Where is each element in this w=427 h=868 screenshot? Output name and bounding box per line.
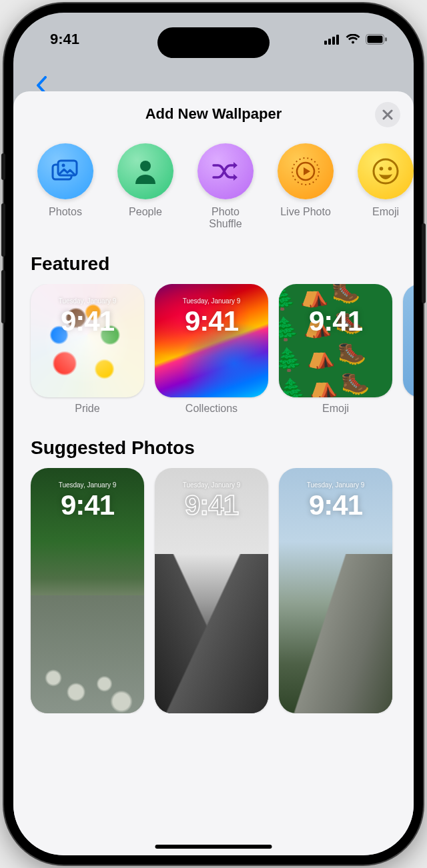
suggested-row: Tuesday, January 9 9:41 Tuesday, January… — [13, 468, 414, 713]
svg-rect-5 — [368, 36, 383, 43]
side-button — [422, 223, 426, 303]
svg-point-9 — [62, 164, 65, 167]
preview-date: Tuesday, January 9 — [31, 297, 144, 305]
side-button — [1, 153, 5, 180]
category-label: Photos — [49, 206, 82, 218]
emoji-icon — [372, 157, 400, 185]
preview-time: 9:41 — [31, 489, 144, 521]
preview-time: 9:41 — [31, 305, 144, 337]
home-indicator[interactable] — [155, 845, 272, 849]
suggested-card[interactable]: Tuesday, January 9 9:41 — [155, 468, 268, 713]
category-photo-shuffle[interactable]: Photo Shuffle — [195, 143, 256, 231]
featured-caption: Emoji — [322, 403, 349, 415]
status-time: 9:41 — [50, 31, 79, 48]
phone-frame: 9:41 Add New Wallpaper — [4, 3, 423, 865]
preview-date: Tuesday, January 9 — [279, 481, 392, 489]
preview-date: Tuesday, January 9 — [155, 481, 268, 489]
featured-card-next[interactable] — [403, 284, 414, 397]
category-label: People — [129, 206, 162, 218]
side-button — [1, 270, 5, 323]
svg-point-15 — [388, 167, 392, 171]
preview-date: Tuesday, January 9 — [31, 481, 144, 489]
svg-point-10 — [140, 161, 151, 171]
category-emoji[interactable]: Emoji — [355, 143, 414, 231]
suggested-card[interactable]: Tuesday, January 9 9:41 — [31, 468, 144, 713]
svg-rect-1 — [328, 39, 331, 45]
preview-time: 9:41 — [279, 489, 392, 521]
svg-rect-2 — [332, 37, 335, 45]
featured-card-collections[interactable]: Tuesday, January 9 9:41 — [155, 284, 268, 397]
preview-time: 9:41 — [279, 305, 392, 337]
close-button[interactable] — [375, 102, 400, 127]
category-label: Live Photo — [280, 206, 331, 218]
photos-icon — [51, 159, 79, 183]
featured-caption: Collections — [185, 403, 238, 415]
battery-icon — [366, 34, 387, 45]
category-label: Emoji — [372, 206, 399, 218]
featured-heading: Featured — [13, 231, 414, 284]
svg-rect-0 — [324, 41, 327, 45]
featured-row: Tuesday, January 9 9:41 Pride Tuesday, J… — [13, 284, 414, 415]
svg-rect-3 — [336, 35, 339, 45]
category-photos[interactable]: Photos — [35, 143, 96, 231]
category-people[interactable]: People — [115, 143, 176, 231]
dynamic-island — [157, 27, 270, 58]
person-icon — [133, 159, 157, 184]
cellular-icon — [324, 34, 340, 45]
wallpaper-sheet: Add New Wallpaper Photos People — [13, 91, 414, 855]
live-photo-icon — [290, 156, 321, 187]
shuffle-icon — [211, 161, 240, 182]
preview-time: 9:41 — [155, 489, 268, 521]
featured-card-emoji[interactable]: Tuesday, January 9 9:41 — [279, 284, 392, 397]
preview-time: 9:41 — [155, 305, 268, 337]
category-row: Photos People Photo Shuffle — [13, 137, 414, 231]
category-label: Photo Shuffle — [209, 206, 242, 231]
wifi-icon — [346, 34, 360, 45]
sheet-title: Add New Wallpaper — [145, 105, 282, 123]
screen: 9:41 Add New Wallpaper — [13, 13, 414, 855]
category-live-photo[interactable]: Live Photo — [275, 143, 336, 231]
suggested-heading: Suggested Photos — [13, 415, 414, 468]
featured-card-pride[interactable]: Tuesday, January 9 9:41 — [31, 284, 144, 397]
svg-point-14 — [380, 167, 384, 171]
suggested-card[interactable]: Tuesday, January 9 9:41 — [279, 468, 392, 713]
sheet-header: Add New Wallpaper — [13, 91, 414, 137]
svg-point-13 — [374, 159, 398, 183]
side-button — [1, 203, 5, 257]
featured-caption: Pride — [75, 403, 99, 415]
svg-rect-6 — [385, 37, 387, 41]
close-icon — [382, 109, 393, 120]
preview-date: Tuesday, January 9 — [155, 297, 268, 305]
